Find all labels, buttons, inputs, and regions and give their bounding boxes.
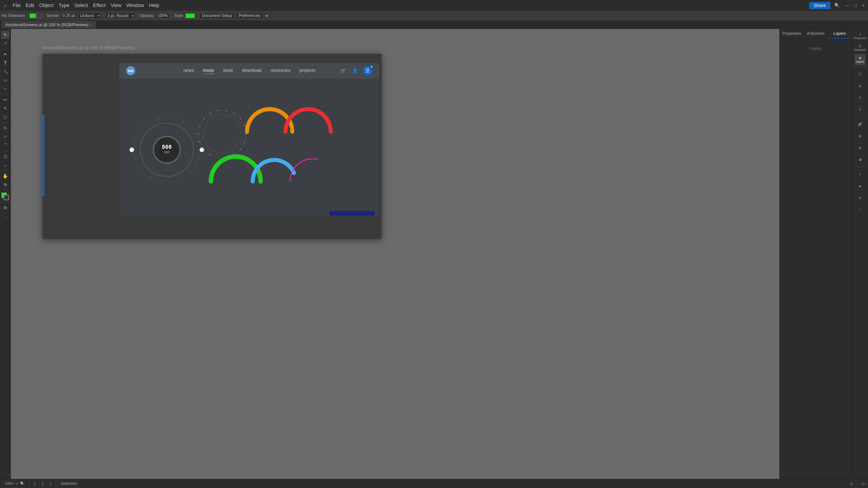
eraser-tool[interactable]: ◻ [1,113,9,121]
svg-line-22 [183,177,184,179]
nav-moov[interactable]: moov [203,68,214,74]
brush-tool[interactable]: ✏ [1,96,9,104]
opentype-panel-btn[interactable]: fi [855,104,866,115]
transform-icon: ⊞ [859,134,862,138]
transform-panel-btn[interactable]: ⊞ [855,131,866,141]
menu-select[interactable]: Select [72,2,90,9]
line-tool[interactable]: | [0,66,11,77]
svg-line-9 [143,126,145,127]
para-panel-btn[interactable]: ¶ [855,92,866,103]
select-tool[interactable]: ↖ [1,31,9,39]
page-input[interactable] [39,482,46,486]
svg-line-3 [143,172,145,173]
divider-3 [103,13,103,19]
rect-tool[interactable]: ▭ [1,76,9,84]
layers-panel-btn[interactable]: ⊕ Layers [855,54,866,65]
preferences-button[interactable]: Preferences [236,13,263,19]
link-panel-btn[interactable]: 🔗 [855,119,866,130]
appearance-panel-btn[interactable]: ◈ [855,181,866,191]
screen-mode-btn[interactable]: ⊞ [1,203,9,212]
menu-help[interactable]: Help [147,2,161,9]
direct-select-tool[interactable]: ↗ [1,39,9,47]
styles-panel-btn[interactable]: ◎ [855,192,866,203]
svg-line-14 [182,121,184,123]
svg-line-2 [150,177,151,179]
status-selection-label: Selection [61,481,77,486]
window-min-icon[interactable]: ─ [844,2,850,8]
search-icon[interactable]: 🔍 [833,2,841,8]
fill-swatch[interactable] [30,13,36,18]
pathfinder-panel-btn[interactable]: ◑ [855,154,866,165]
status-nav-next[interactable]: ▷ [862,481,865,486]
main-dial-group[interactable]: 000 SBP [129,116,204,184]
svg-point-62 [233,112,235,114]
file-tab[interactable]: functionalScreens.ai @ 100 % (RGB/Previe… [2,21,96,29]
fill-stroke-widget[interactable] [1,193,9,201]
window-close-icon[interactable]: × [861,2,866,8]
home-icon[interactable]: ⌂ [2,2,9,9]
hand-tool[interactable]: ✋ [1,172,9,180]
status-divider-1 [29,481,30,487]
gradient-tool[interactable]: ◫ [1,152,9,160]
artboards-panel-icon: ⊡ [859,44,862,48]
zoom-select[interactable]: 100% 50% 200% [3,481,19,486]
nav-store[interactable]: store [223,68,233,74]
char-panel-btn[interactable]: A [855,80,866,92]
ellipse-tool[interactable]: ○ [1,85,9,93]
cart-icon[interactable]: 🛒 [339,67,347,75]
zoom-icon: 🔍 [20,481,25,486]
artboards-panel-btn[interactable]: ⊡ Artboards [855,42,866,53]
pen-tool[interactable]: ✒ [1,51,9,59]
nav-resources[interactable]: resources [271,68,290,74]
tab-properties[interactable]: Properties [780,29,804,39]
menu-window[interactable]: Window [124,2,146,9]
menu-type[interactable]: Type [56,2,72,9]
tab-close-icon[interactable]: × [90,23,92,27]
stroke-swatch[interactable] [37,13,42,18]
window-max-icon[interactable]: □ [852,2,858,8]
menu-object[interactable]: Object [37,2,56,9]
stroke-value-input[interactable] [61,13,76,19]
menu-effect[interactable]: Effect [91,2,108,9]
svg-point-61 [225,110,227,111]
left-tool-panel: ↖ ↗ ✒ T | ▭ ○ ✏ ✎ ◻ ↻ ⤢ ⌃ ◫ ⌵ ✋ ⊕ ⊞ … [0,29,11,479]
stroke-style-select[interactable]: Uniform [78,13,101,19]
style-swatch[interactable] [186,13,195,18]
symbols-panel-btn[interactable]: ⟐ [855,204,866,215]
status-nav-prev[interactable]: ◁ [849,481,852,486]
nav-download[interactable]: download [242,68,261,74]
align-panel-btn[interactable]: ⊟ [855,142,866,153]
share-button[interactable]: Share [809,2,830,9]
tab-layers[interactable]: Layers [828,29,852,39]
zoom-tool[interactable]: ⊕ [1,181,9,189]
more-tools-btn[interactable]: … [1,212,9,220]
eyedropper-tool[interactable]: ⌵ [1,161,9,169]
user-icon[interactable]: 👤 [351,67,359,75]
svg-line-29 [141,129,141,130]
zoom-control[interactable]: 100% 50% 200% 🔍 [3,481,25,486]
svg-line-17 [197,141,199,142]
status-right: ◁ ⋯ ▷ [849,481,865,486]
tab-artboards[interactable]: Artboards [804,29,828,39]
nav-items: news moov store download resources proje… [183,68,315,74]
document-setup-button[interactable]: Document Setup [199,13,235,19]
nav-news[interactable]: news [183,68,194,74]
info-panel-btn[interactable]: ⓘ [855,69,866,80]
stroke-label: Stroke: [46,13,59,18]
menu-edit[interactable]: Edit [23,2,36,9]
stroke-weight-select[interactable]: 3 pt. Round [105,13,135,19]
svg-line-26 [133,154,135,154]
menu-file[interactable]: File [10,2,23,9]
preferences-expand-icon[interactable]: ▾ [264,13,269,19]
scale-tool[interactable]: ⤢ [1,133,9,141]
pencil-tool[interactable]: ✎ [1,104,9,112]
menu-view[interactable]: View [108,2,124,9]
opacity-input[interactable] [156,13,169,19]
nav-menu-button[interactable]: ☰ ● [363,66,373,76]
nav-projects[interactable]: projects [300,68,315,74]
svg-point-66 [244,141,246,143]
warp-tool[interactable]: ⌃ [1,141,9,149]
rotate-tool[interactable]: ↻ [1,124,9,132]
expand-panel-btn[interactable]: ⤢ [855,169,866,180]
properties-panel-btn[interactable]: ≡ Properties [855,31,866,41]
